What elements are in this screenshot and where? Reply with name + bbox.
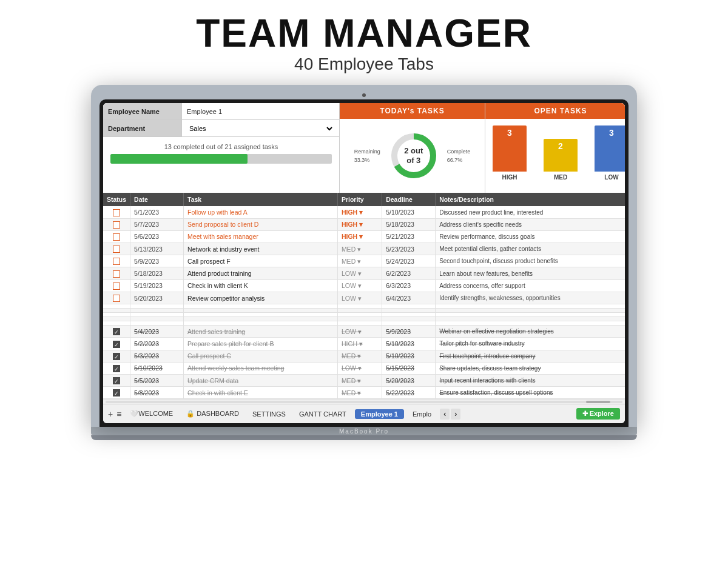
- notes-cell: Identify strengths, weaknesses, opportun…: [436, 292, 625, 304]
- status-cell[interactable]: ✓: [103, 338, 130, 350]
- checkbox-unchecked[interactable]: [113, 209, 120, 216]
- date-cell: [130, 321, 184, 326]
- status-cell[interactable]: [103, 230, 130, 242]
- bar-label-high: HIGH: [502, 174, 517, 181]
- deadline-cell: 5/22/2023: [382, 387, 436, 399]
- deadline-cell: 5/24/2023: [382, 255, 436, 267]
- deadline-cell: [382, 309, 436, 313]
- donut-legend-right: Complete 66.7%: [447, 147, 471, 165]
- date-cell: [130, 304, 184, 309]
- nav-prev[interactable]: ‹: [440, 409, 450, 420]
- status-cell[interactable]: [103, 218, 130, 230]
- task-cell: [184, 304, 338, 309]
- table-row: 5/7/2023Send proposal to client DHIGH ▾5…: [103, 218, 625, 230]
- deadline-cell: 5/21/2023: [382, 230, 436, 242]
- date-cell: 5/7/2023: [130, 218, 184, 230]
- priority-cell: HIGH ▾: [337, 206, 382, 218]
- status-cell[interactable]: ✓: [103, 326, 130, 338]
- menu-button[interactable]: ≡: [116, 409, 121, 419]
- date-cell: 5/2/2023: [130, 338, 184, 350]
- status-cell[interactable]: [103, 313, 130, 317]
- checkbox-checked[interactable]: ✓: [113, 389, 120, 396]
- dashboard-tab[interactable]: 🔒 DASHBOARD: [181, 409, 244, 419]
- employee-name-label: Employee Name: [103, 103, 182, 119]
- status-cell[interactable]: ✓: [103, 362, 130, 374]
- checkbox-checked[interactable]: ✓: [113, 377, 120, 384]
- checkbox-checked[interactable]: ✓: [113, 341, 120, 348]
- status-cell[interactable]: [103, 206, 130, 218]
- checkbox-unchecked[interactable]: [113, 233, 120, 241]
- deadline-cell: 6/4/2023: [382, 292, 436, 304]
- scrollbar-track: [106, 401, 622, 403]
- checkbox-unchecked[interactable]: [113, 221, 120, 229]
- deadline-cell: [382, 304, 436, 309]
- task-cell: Send proposal to client D: [184, 218, 338, 230]
- employee1-tab-active[interactable]: Employee 1: [355, 409, 404, 419]
- status-cell[interactable]: ✓: [103, 387, 130, 399]
- status-cell[interactable]: [103, 292, 130, 304]
- task-cell: Check in with client K: [184, 279, 338, 292]
- page-title: TEAM MANAGER: [196, 12, 532, 55]
- task-cell: Attend weekly sales team meeting: [184, 362, 338, 374]
- taskbar: + ≡ 🤍WELCOME 🔒 DASHBOARD SETTINGS GANTT …: [103, 404, 625, 423]
- checkbox-unchecked[interactable]: [113, 270, 120, 278]
- settings-tab[interactable]: SETTINGS: [248, 409, 291, 419]
- bar-item-high: 3HIGH: [493, 125, 527, 181]
- status-cell[interactable]: [103, 243, 130, 255]
- status-cell[interactable]: [103, 304, 130, 309]
- status-cell[interactable]: [103, 321, 130, 326]
- bar-label-low: LOW: [604, 174, 618, 181]
- date-cell: [130, 309, 184, 313]
- date-cell: 5/9/2023: [130, 255, 184, 267]
- task-cell: Review competitor analysis: [184, 292, 338, 304]
- priority-cell: HIGH ▾: [337, 218, 382, 230]
- nav-next[interactable]: ›: [451, 409, 460, 420]
- checkbox-unchecked[interactable]: [113, 258, 120, 265]
- task-cell: Check in with client E: [184, 387, 338, 399]
- notes-cell: Review performance, discuss goals: [436, 230, 625, 242]
- open-tasks-panel: OPEN TASKS 3HIGH2MED3LOW: [485, 103, 625, 193]
- table-row: [103, 321, 625, 326]
- status-cell[interactable]: [103, 267, 130, 279]
- date-cell: 5/6/2023: [130, 230, 184, 242]
- checkbox-unchecked[interactable]: [113, 246, 120, 253]
- checkbox-checked[interactable]: ✓: [113, 353, 120, 360]
- scrollbar-area: [103, 399, 625, 404]
- task-cell: Call prospect F: [184, 255, 338, 267]
- complete-label: Complete: [447, 147, 471, 156]
- status-cell[interactable]: [103, 279, 130, 292]
- checkbox-unchecked[interactable]: [113, 283, 120, 290]
- notes-cell: Share updates, discuss team strategy: [436, 362, 625, 374]
- checkbox-unchecked[interactable]: [113, 295, 120, 302]
- priority-cell: LOW ▾: [337, 279, 382, 292]
- checkbox-checked[interactable]: ✓: [113, 328, 120, 335]
- priority-cell: HIGH ▾: [337, 338, 382, 350]
- department-value: Sales Marketing HR: [182, 122, 339, 135]
- status-cell[interactable]: [103, 309, 130, 313]
- table-row: 5/19/2023Check in with client KLOW ▾6/3/…: [103, 279, 625, 292]
- status-cell[interactable]: [103, 317, 130, 321]
- status-cell[interactable]: ✓: [103, 350, 130, 362]
- add-sheet-button[interactable]: +: [108, 409, 113, 419]
- notes-cell: [436, 304, 625, 309]
- checkbox-checked[interactable]: ✓: [113, 365, 120, 372]
- deadline-cell: 5/9/2023: [382, 326, 436, 338]
- task-cell: Attend sales training: [184, 326, 338, 338]
- employee-next-tab[interactable]: Emplo: [408, 409, 436, 419]
- status-cell[interactable]: [103, 255, 130, 267]
- date-cell: 5/1/2023: [130, 206, 184, 218]
- status-cell[interactable]: ✓: [103, 375, 130, 387]
- task-cell: Call prospect C: [184, 350, 338, 362]
- department-select[interactable]: Sales Marketing HR: [187, 124, 334, 133]
- explore-button[interactable]: ✚ Explore: [576, 408, 620, 420]
- deadline-cell: 5/18/2023: [382, 218, 436, 230]
- notes-cell: Webinar on effective negotiation strateg…: [436, 326, 625, 338]
- date-cell: 5/18/2023: [130, 267, 184, 279]
- th-task: Task: [184, 193, 338, 206]
- gantt-tab[interactable]: GANTT CHART: [294, 409, 351, 419]
- priority-cell: MED ▾: [337, 350, 382, 362]
- priority-cell: LOW ▾: [337, 326, 382, 338]
- welcome-tab[interactable]: 🤍WELCOME: [125, 409, 178, 419]
- th-deadline: Deadline: [382, 193, 436, 206]
- priority-cell: [337, 317, 382, 321]
